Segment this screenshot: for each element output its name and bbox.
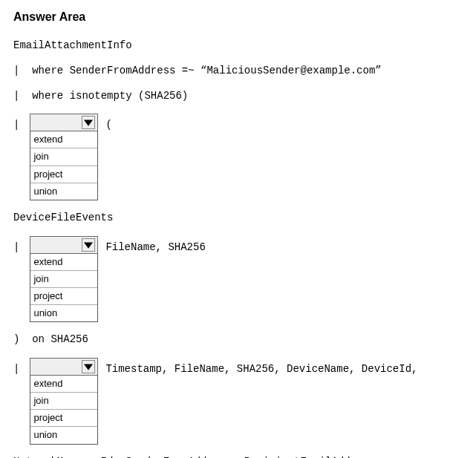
svg-marker-2 xyxy=(84,364,93,370)
dd3-after-text: Timestamp, FileName, SHA256, DeviceName,… xyxy=(98,358,417,377)
code-line-devicefileevents: DeviceFileEvents xyxy=(13,211,463,226)
dropdown-options-list: extend join project union xyxy=(30,376,98,445)
chevron-down-icon[interactable] xyxy=(82,116,95,129)
operator-dropdown-3[interactable]: extend join project union xyxy=(30,358,98,445)
chevron-down-icon[interactable] xyxy=(82,360,95,373)
dropdown-option[interactable]: extend xyxy=(30,254,97,271)
code-line-dropdown-3: | extend join project union Timestamp, F… xyxy=(13,358,463,445)
page-title: Answer Area xyxy=(13,9,463,25)
on-sha256-text: on SHA256 xyxy=(32,333,88,345)
dropdown-option[interactable]: extend xyxy=(30,376,97,393)
code-line-on-sha256: ) on SHA256 xyxy=(13,333,463,347)
code-line-dropdown-2: | extend join project union FileName, SH… xyxy=(13,236,463,323)
code-line-where-isnotempty: | where isnotempty (SHA256) xyxy=(13,89,463,104)
pipe-symbol: | xyxy=(13,114,19,133)
code-line-where-sender: | where SenderFromAddress =~ “MaliciousS… xyxy=(13,64,463,79)
dropdown-selectbox[interactable] xyxy=(30,114,98,131)
where-sender-text: where SenderFromAddress =~ xyxy=(32,65,200,76)
dropdown-option[interactable]: project xyxy=(30,288,97,305)
dropdown-option[interactable]: union xyxy=(30,183,97,200)
pipe-symbol: | xyxy=(13,90,19,102)
dropdown-option[interactable]: union xyxy=(30,427,97,443)
svg-marker-0 xyxy=(84,120,93,126)
where-isnotempty-text: where isnotempty (SHA256) xyxy=(32,90,188,102)
dropdown-option[interactable]: extend xyxy=(30,131,97,148)
svg-marker-1 xyxy=(84,242,93,248)
dd1-after-text: ( xyxy=(98,114,111,133)
pipe-symbol: | xyxy=(13,65,19,76)
code-line-dropdown-1: | extend join project union ( xyxy=(13,114,463,200)
close-paren: ) xyxy=(13,333,19,345)
pipe-symbol: | xyxy=(13,358,19,377)
dropdown-options-list: extend join project union xyxy=(30,131,98,200)
dropdown-options-list: extend join project union xyxy=(30,254,98,323)
dropdown-option[interactable]: project xyxy=(30,166,97,183)
dropdown-selectbox[interactable] xyxy=(30,358,98,376)
code-line-emailattachmentinfo: EmailAttachmentInfo xyxy=(13,39,463,53)
operator-dropdown-1[interactable]: extend join project union xyxy=(30,114,98,200)
dropdown-option[interactable]: project xyxy=(30,410,97,427)
pipe-symbol: | xyxy=(13,236,19,255)
chevron-down-icon[interactable] xyxy=(82,238,95,252)
dropdown-option[interactable]: join xyxy=(30,148,97,166)
code-line-final-columns: NetworkMessageId, SenderFromAddress, Rec… xyxy=(13,455,463,458)
dropdown-option[interactable]: union xyxy=(30,305,97,321)
dropdown-option[interactable]: join xyxy=(30,271,97,288)
dd2-after-text: FileName, SHA256 xyxy=(98,236,205,255)
dropdown-option[interactable]: join xyxy=(30,393,97,410)
dropdown-selectbox[interactable] xyxy=(30,236,98,254)
sender-address-literal: “MaliciousSender@example.com” xyxy=(200,65,382,76)
operator-dropdown-2[interactable]: extend join project union xyxy=(30,236,98,323)
